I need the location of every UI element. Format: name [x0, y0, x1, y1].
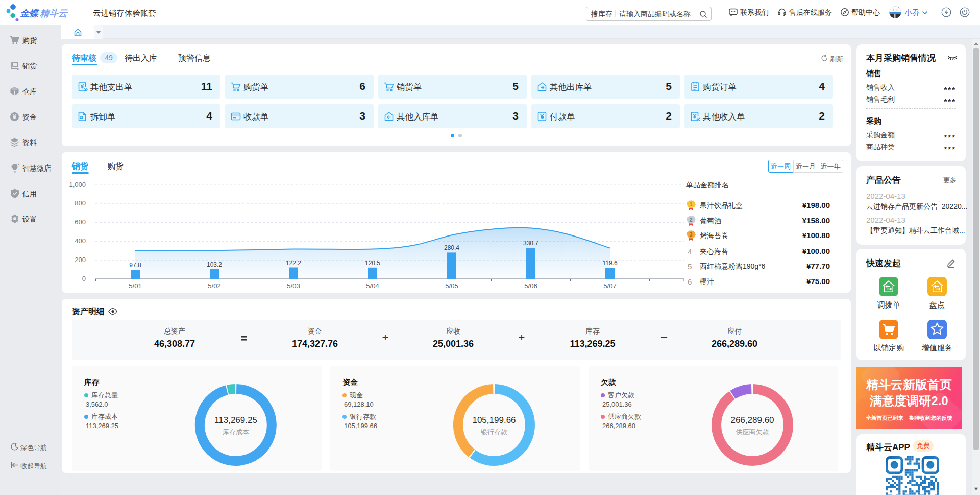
svg-text:5/07: 5/07	[603, 282, 616, 290]
svg-text:银行存款: 银行存款	[480, 428, 507, 436]
svg-text:119.6: 119.6	[602, 260, 617, 267]
svg-text:1: 1	[689, 201, 692, 207]
svg-text:122.2: 122.2	[286, 260, 301, 267]
svg-text:600: 600	[75, 218, 86, 226]
svg-text:200: 200	[75, 256, 86, 264]
svg-text:5/06: 5/06	[524, 282, 537, 290]
svg-text:330.7: 330.7	[523, 240, 538, 247]
svg-text:113,269.25: 113,269.25	[214, 415, 257, 425]
svg-text:5/02: 5/02	[208, 282, 220, 290]
svg-text:5/01: 5/01	[129, 282, 141, 290]
svg-text:266,289.60: 266,289.60	[730, 415, 774, 425]
svg-text:供应商欠款: 供应商欠款	[736, 428, 769, 436]
svg-text:2: 2	[689, 217, 692, 223]
svg-text:0: 0	[82, 275, 86, 282]
svg-text:400: 400	[75, 237, 86, 245]
svg-text:800: 800	[75, 199, 86, 207]
svg-text:5/03: 5/03	[287, 282, 300, 290]
svg-text:库存成本: 库存成本	[223, 428, 249, 436]
svg-text:5/05: 5/05	[445, 282, 458, 290]
svg-text:97.8: 97.8	[129, 262, 141, 269]
svg-text:120.5: 120.5	[365, 260, 380, 267]
svg-text:1,000: 1,000	[69, 181, 86, 188]
svg-text:280.4: 280.4	[444, 244, 459, 251]
svg-text:105,199.66: 105,199.66	[472, 415, 516, 425]
svg-text:3: 3	[689, 231, 692, 238]
svg-text:5/04: 5/04	[366, 282, 379, 290]
svg-text:103.2: 103.2	[207, 261, 222, 268]
